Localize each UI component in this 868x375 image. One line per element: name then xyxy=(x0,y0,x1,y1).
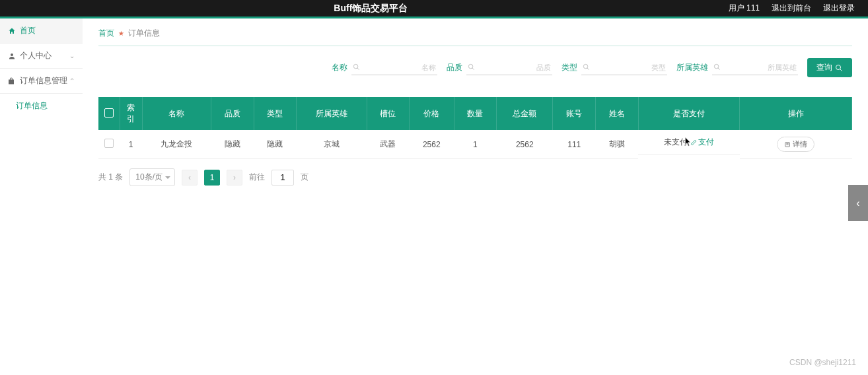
search-group-name: 名称 xyxy=(332,61,437,75)
breadcrumb-home[interactable]: 首页 xyxy=(98,28,114,39)
td-price: 2562 xyxy=(410,130,454,159)
search-label-type: 类型 xyxy=(561,62,577,73)
search-icon xyxy=(583,63,590,72)
sidebar-item-profile[interactable]: 个人中心 ⌄ xyxy=(0,44,83,69)
th-action: 操作 xyxy=(740,97,852,130)
td-quality: 隐藏 xyxy=(211,130,254,159)
search-input-type[interactable] xyxy=(593,63,666,71)
table-row: 1 九龙金投 隐藏 隐藏 京城 武器 2562 1 2562 111 胡骐 未支… xyxy=(98,130,852,159)
search-icon xyxy=(835,64,843,72)
th-name: 名称 xyxy=(142,97,211,130)
td-qty: 1 xyxy=(454,130,497,159)
pay-link[interactable]: 支付 xyxy=(690,137,714,148)
td-username: 胡骐 xyxy=(595,130,638,159)
sidebar-sub-order-info[interactable]: 订单信息 xyxy=(0,94,83,118)
sidebar-profile-label: 个人中心 xyxy=(20,50,52,61)
td-paid: 未支付 支付 xyxy=(638,130,740,155)
header-actions: 用户 111 退出到前台 退出登录 xyxy=(729,3,855,14)
main-content: 首页 ★ 订单信息 名称 品质 xyxy=(83,18,868,195)
sidebar-item-home[interactable]: 首页 xyxy=(0,18,83,44)
pagination-total: 共 1 条 xyxy=(98,172,123,183)
search-label-quality: 品质 xyxy=(447,62,462,73)
next-page-button[interactable]: › xyxy=(227,170,242,186)
page-number: 1 xyxy=(210,173,215,182)
sidebar: 首页 个人中心 ⌄ 订单信息管理 ⌃ 订单信息 xyxy=(0,18,83,195)
user-icon xyxy=(8,52,16,60)
back-to-front-link[interactable]: 退出到前台 xyxy=(772,3,811,14)
th-qty: 数量 xyxy=(454,97,497,130)
svg-line-10 xyxy=(840,69,842,71)
user-label[interactable]: 用户 111 xyxy=(729,3,760,14)
row-checkbox[interactable] xyxy=(104,139,114,148)
svg-point-5 xyxy=(583,64,587,68)
search-wrap-hero xyxy=(712,61,798,75)
svg-point-9 xyxy=(836,65,841,69)
chevron-down-icon: ⌄ xyxy=(69,52,75,59)
search-wrap-quality xyxy=(466,61,552,75)
page-size-select[interactable]: 10条/页 xyxy=(129,168,175,186)
checkbox-all[interactable] xyxy=(104,108,114,118)
td-slot: 武器 xyxy=(367,130,410,159)
svg-point-3 xyxy=(468,64,472,68)
page-number-button[interactable]: 1 xyxy=(204,170,220,186)
search-button[interactable]: 查询 xyxy=(807,58,852,77)
svg-point-1 xyxy=(353,64,357,68)
th-hero: 所属英雄 xyxy=(297,97,367,130)
detail-icon xyxy=(784,141,791,148)
search-group-quality: 品质 xyxy=(447,61,552,75)
detail-button-label: 详情 xyxy=(793,139,807,149)
td-action: 详情 xyxy=(740,130,852,159)
th-slot: 槽位 xyxy=(367,97,410,130)
search-input-name[interactable] xyxy=(363,63,436,71)
td-checkbox xyxy=(98,130,120,159)
td-total: 2562 xyxy=(497,130,553,159)
th-paid: 是否支付 xyxy=(638,97,740,130)
svg-line-4 xyxy=(472,67,474,69)
th-checkbox xyxy=(98,97,120,130)
svg-point-0 xyxy=(11,53,13,56)
svg-line-6 xyxy=(587,67,589,69)
pagination: 共 1 条 10条/页 ‹ 1 › 前往 页 xyxy=(98,168,852,186)
th-price: 价格 xyxy=(410,97,454,130)
search-wrap-name xyxy=(351,61,437,75)
detail-button[interactable]: 详情 xyxy=(777,137,814,152)
th-username: 姓名 xyxy=(595,97,638,130)
search-button-label: 查询 xyxy=(816,62,832,73)
breadcrumb: 首页 ★ 订单信息 xyxy=(98,28,852,39)
logout-link[interactable]: 退出登录 xyxy=(823,3,855,14)
td-name: 九龙金投 xyxy=(142,130,211,159)
search-label-name: 名称 xyxy=(332,62,347,73)
th-index: 索引 xyxy=(120,97,142,130)
table-header-row: 索引 名称 品质 类型 所属英雄 槽位 价格 数量 总金额 账号 姓名 是否支付… xyxy=(98,97,852,130)
search-input-quality[interactable] xyxy=(478,63,551,71)
search-wrap-type xyxy=(581,61,667,75)
search-group-hero: 所属英雄 xyxy=(676,61,798,75)
edit-icon xyxy=(690,139,697,146)
app-title: Buff饰品交易平台 xyxy=(13,3,729,15)
sidebar-home-label: 首页 xyxy=(20,25,36,36)
search-icon xyxy=(353,63,360,72)
search-label-hero: 所属英雄 xyxy=(676,62,708,73)
td-type: 隐藏 xyxy=(254,130,297,159)
search-input-hero[interactable] xyxy=(723,63,797,71)
td-hero: 京城 xyxy=(297,130,367,159)
svg-point-7 xyxy=(714,64,718,68)
prev-page-button[interactable]: ‹ xyxy=(182,170,198,186)
th-total: 总金额 xyxy=(497,97,553,130)
chevron-up-icon: ⌃ xyxy=(69,77,75,85)
page-jump-input[interactable] xyxy=(271,170,294,186)
order-table: 索引 名称 品质 类型 所属英雄 槽位 价格 数量 总金额 账号 姓名 是否支付… xyxy=(98,97,852,159)
breadcrumb-current: 订单信息 xyxy=(128,28,160,39)
sidebar-order-mgmt-label: 订单信息管理 xyxy=(20,75,67,86)
th-type: 类型 xyxy=(254,97,297,130)
breadcrumb-separator-icon: ★ xyxy=(118,30,124,37)
divider xyxy=(98,46,852,46)
svg-line-2 xyxy=(357,67,359,69)
td-account: 111 xyxy=(553,130,596,159)
paid-status: 未支付 xyxy=(664,137,688,148)
sidebar-item-order-mgmt[interactable]: 订单信息管理 ⌃ xyxy=(0,69,83,94)
search-icon xyxy=(713,63,721,72)
search-icon xyxy=(468,63,475,72)
side-panel-handle[interactable]: ‹ xyxy=(848,185,868,195)
svg-line-8 xyxy=(718,67,720,69)
